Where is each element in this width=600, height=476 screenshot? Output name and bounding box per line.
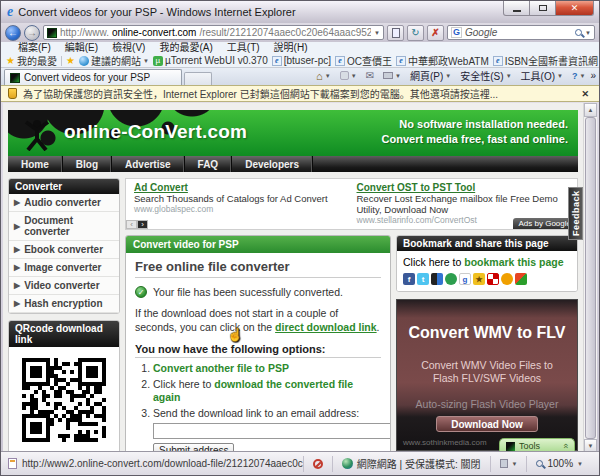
read-mail-button[interactable]: ✉ [362,70,378,81]
page-title: Free online file converter [135,259,381,278]
info-bar-message[interactable]: 為了協助保護您的資訊安全性，Internet Explorer 已封鎖這個網站下… [23,86,498,101]
sidebar-item-ebook-converter[interactable]: ▶Ebook converter [9,241,119,259]
compatibility-view-button[interactable] [387,25,404,41]
direct-download-link[interactable]: direct download link [275,321,377,333]
favorite-utorrent[interactable]: µ µTorrent WebUI v0.370 [153,55,268,66]
menu-edit[interactable]: 編輯(E) [58,42,105,54]
favorites-button[interactable]: ★ 我的最愛 [6,54,57,68]
back-button[interactable]: ← [5,25,21,41]
yellow-share-icon[interactable]: ★ [473,273,485,285]
vertical-scrollbar[interactable]: ▲ ▼ [583,103,597,453]
navigation-bar: ← → http://www.online-convert.com/result… [1,23,599,42]
address-bar[interactable]: http://www.online-convert.com/result/212… [43,25,384,40]
nav-advertise[interactable]: Advertise [112,156,185,172]
maximize-button[interactable] [529,1,556,16]
bookmark-panel: Bookmark and share this page Click here … [396,235,578,292]
privacy-status[interactable] [303,456,332,472]
qr-code [18,354,110,450]
site-logo[interactable]: online-ConVert.com [64,121,247,143]
ad-next-button[interactable]: › [137,220,148,229]
zoom-control[interactable]: 100% ▼ [526,456,592,472]
stop-button[interactable]: ✗ [427,25,444,41]
help-button[interactable]: ?▼ [568,71,589,81]
ad-right-title-link[interactable]: Convert OST to PST Tool [357,182,570,193]
nav-blog[interactable]: Blog [63,156,112,172]
tab-bar: Convert videos for your PSP ⌂▼ ▼ ✉ ▼ 網頁(… [1,68,599,85]
favorite-suggested-sites[interactable]: 建議的網站 ▼ [79,54,149,68]
feeds-button[interactable]: ▼ [336,71,361,80]
forward-button[interactable]: → [24,25,40,41]
favorite-oc[interactable]: e OC查價王 [335,54,392,68]
sidebar-item-document-converter[interactable]: ▶Document converter [9,212,119,241]
email-input[interactable] [153,423,391,439]
safety-menu-button[interactable]: 安全性(S)▼ [456,68,515,83]
tab-convert-videos[interactable]: Convert videos for your PSP [4,69,182,85]
menu-help[interactable]: 說明(H) [267,42,315,54]
mouse-cursor-icon: ☝ [227,328,243,342]
security-zone[interactable]: 網際網路 | 受保護模式: 關閉 [332,456,490,472]
sidebar-item-video-converter[interactable]: ▶Video converter [9,277,119,295]
ie-logo-icon: e [7,5,13,19]
information-bar[interactable]: 為了協助保護您的資訊安全性，Internet Explorer 已封鎖這個網站下… [1,85,599,102]
orange-circle-icon[interactable] [501,273,513,285]
nav-faq[interactable]: FAQ [185,156,233,172]
mail-icon: ✉ [366,70,374,81]
content-columns: Converter ▶Audio converter ▶Document con… [8,178,578,453]
menu-view[interactable]: 檢視(V) [105,42,152,54]
twitter-icon[interactable]: t [417,273,429,285]
checkered-share-icon[interactable] [487,273,499,285]
windows-share-icon[interactable] [515,273,527,285]
sidebar-item-hash-encryption[interactable]: ▶Hash encryption [9,295,119,313]
title-bar[interactable]: e Convert videos for your PSP - Windows … [1,1,599,23]
search-input[interactable]: Google [465,27,572,38]
favorite-isbn[interactable]: e ISBN全國新書資訊網 - 書... [493,54,599,68]
address-dropdown-icon[interactable]: ▼ [374,30,380,36]
bookmark-this-page-link[interactable]: bookmark this page [464,256,563,268]
refresh-button[interactable]: ↻ [407,25,424,41]
menu-favorites[interactable]: 我的最愛(A) [152,42,219,54]
success-check-icon: ✓ [135,286,147,298]
search-dropdown-icon[interactable]: ▼ [585,30,591,36]
globe-share-icon[interactable] [445,273,457,285]
convert-another-link[interactable]: Convert another file to PSP [153,362,289,374]
new-tab-button[interactable] [184,72,212,85]
feedback-tab[interactable]: Feedback [568,187,583,240]
nav-developers[interactable]: Developers [232,156,313,172]
collapse-chevron-icon[interactable]: « [560,443,570,448]
facebook-icon[interactable]: f [403,273,415,285]
favorite-btuser-pc[interactable]: e [btuser-pc] [272,55,331,66]
command-overflow-chevron[interactable]: » [590,70,596,81]
search-box[interactable]: G Google ▼ [447,25,595,40]
ad-right[interactable]: Convert OST to PST Tool Recover Lost Exc… [357,182,570,219]
favorites-label: 我的最愛 [17,54,57,68]
tools-menu-button[interactable]: 工具(O)▼ [517,68,567,83]
menu-file[interactable]: 檔案(F) [11,42,58,54]
search-magnifier-icon[interactable] [575,29,582,36]
minimize-button[interactable] [503,1,530,16]
sidebar-item-audio-converter[interactable]: ▶Audio converter [9,194,119,212]
add-favorite-icon[interactable]: ★ [66,55,75,66]
menu-tools[interactable]: 工具(T) [220,42,267,54]
scrollbar-thumb[interactable] [585,117,596,439]
social-icons-row: f t g ★ [403,273,571,285]
delicious-icon[interactable] [431,273,443,285]
ad-left[interactable]: Ad Convert Search Thousands of Catalogs … [134,182,347,219]
wmv-ad-banner[interactable]: Convert WMV to FLV Convert WMV Video Fil… [396,299,578,451]
security-report-button[interactable]: ▼ [490,456,527,472]
page-icon: e [272,56,282,66]
ad-left-title-link[interactable]: Ad Convert [134,182,347,193]
nav-home[interactable]: Home [8,156,63,172]
wmv-download-now-button[interactable]: Download Now [436,416,538,432]
info-bar-close-button[interactable]: ✕ [578,89,592,99]
scroll-up-arrow[interactable]: ▲ [584,103,597,117]
sidebar-item-image-converter[interactable]: ▶Image converter [9,259,119,277]
google-bookmark-icon[interactable]: g [459,273,471,285]
ad-prev-button[interactable]: ‹ [126,220,137,229]
page-menu-button[interactable]: 網頁(P)▼ [406,68,455,83]
close-button[interactable]: ✕ [555,1,594,16]
favorite-webatm[interactable]: e 中華郵政WebATM [396,54,489,68]
print-button[interactable]: ▼ [379,72,405,79]
home-button[interactable]: ⌂▼ [312,70,335,82]
wmv-ad-line2: Auto-sizing Flash Video Player [397,398,577,410]
minimize-icon [513,10,521,12]
